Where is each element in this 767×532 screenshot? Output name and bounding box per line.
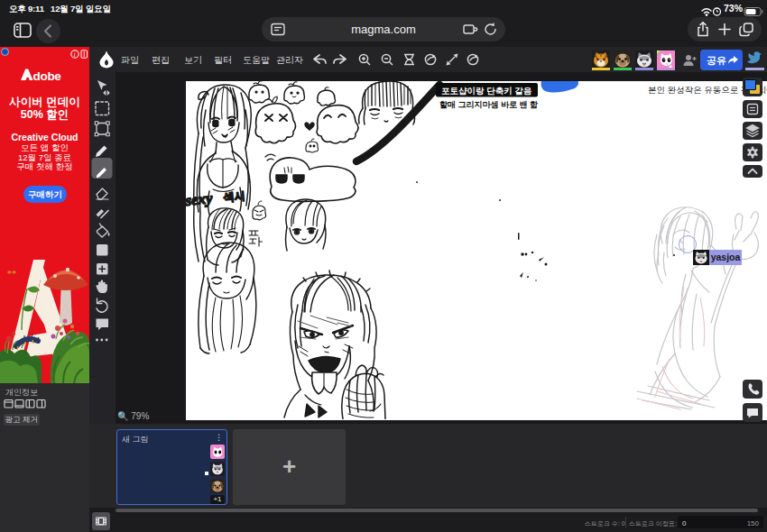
- svg-text:dobe: dobe: [33, 69, 62, 81]
- svg-text:섹시: 섹시: [222, 189, 245, 204]
- svg-text:포토샵이랑 단축키 같음: 포토샵이랑 단축키 같음: [441, 86, 532, 96]
- svg-text:할매 그리지마셈 바로 밴 함: 할매 그리지마셈 바로 밴 함: [439, 100, 538, 109]
- svg-text:sexy: sexy: [186, 189, 214, 209]
- svg-text:i: i: [74, 50, 76, 59]
